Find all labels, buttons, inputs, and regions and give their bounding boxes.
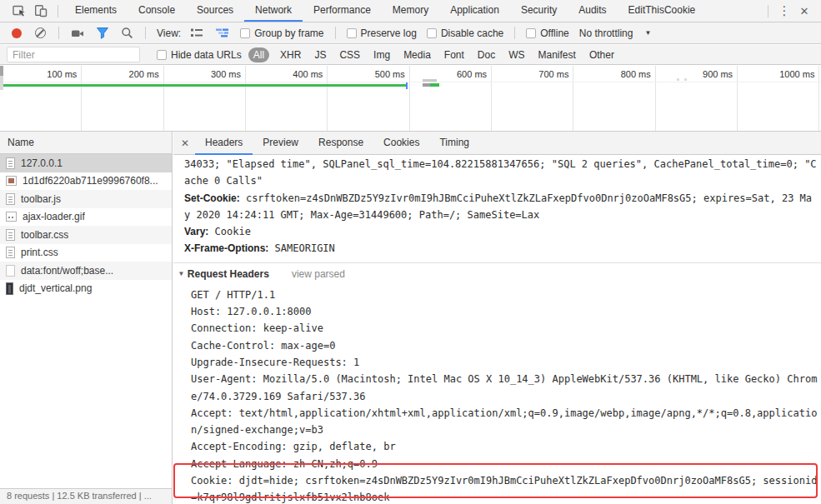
network-overview[interactable]: 100 ms 200 ms 300 ms 400 ms 500 ms 600 m… bbox=[0, 66, 821, 132]
request-header-line: Cache-Control: max-age=0 bbox=[191, 337, 820, 354]
record-network-log-icon[interactable] bbox=[12, 28, 22, 38]
group-by-frame-checkbox[interactable]: Group by frame bbox=[240, 27, 323, 39]
file-type-icon bbox=[6, 193, 15, 205]
request-rows: 127.0.0.1 1d1df6220ab711e9996760f8... to… bbox=[0, 154, 172, 488]
request-row[interactable]: toolbar.js bbox=[0, 190, 172, 208]
request-header-line: Host: 127.0.0.1:8000 bbox=[191, 303, 820, 320]
request-type-filter[interactable]: Img bbox=[368, 47, 395, 62]
request-header-line: Accept: text/html,application/xhtml+xml,… bbox=[191, 405, 820, 439]
timeline-tick-label: 100 ms bbox=[0, 66, 82, 131]
request-type-filter[interactable]: Font bbox=[439, 47, 469, 62]
filter-bar: Hide data URLs All XHR JS CSS Img Media … bbox=[0, 45, 821, 65]
panel-tab[interactable]: Console bbox=[128, 0, 186, 22]
request-row[interactable]: ajax-loader.gif bbox=[0, 208, 172, 227]
request-row[interactable]: print.css bbox=[0, 244, 172, 262]
response-headers-block: 34033; "Elapsed time", SQLPanel_sql_time… bbox=[173, 155, 818, 257]
view-parsed-link[interactable]: view parsed bbox=[292, 268, 345, 280]
capture-screenshots-icon[interactable] bbox=[71, 27, 84, 39]
request-type-filter[interactable]: XHR bbox=[275, 47, 306, 62]
throttling-value: No throttling bbox=[579, 27, 633, 39]
request-name: ajax-loader.gif bbox=[23, 211, 85, 222]
request-type-filter[interactable]: Media bbox=[398, 47, 436, 62]
panel-tab[interactable]: Application bbox=[439, 0, 510, 22]
checkbox[interactable] bbox=[157, 50, 167, 60]
name-column-header[interactable]: Name bbox=[0, 132, 172, 154]
request-type-filter[interactable]: All bbox=[248, 47, 269, 62]
preserve-log-checkbox[interactable]: Preserve log bbox=[347, 27, 417, 39]
file-type-icon bbox=[6, 265, 15, 277]
devtools-tabbar: Elements Console Sources Network Perform… bbox=[0, 0, 821, 22]
request-name: djdt_vertical.png bbox=[19, 282, 92, 294]
request-row[interactable]: toolbar.css bbox=[0, 226, 172, 244]
divider bbox=[58, 27, 59, 39]
request-type-filter[interactable]: Manifest bbox=[533, 47, 581, 62]
request-row[interactable]: 1d1df6220ab711e9996760f8... bbox=[0, 172, 172, 191]
throttling-select[interactable]: No throttling ▼ bbox=[579, 27, 652, 39]
panel-tab[interactable]: EditThisCookie bbox=[618, 0, 707, 22]
disable-cache-checkbox[interactable]: Disable cache bbox=[427, 27, 503, 39]
small-request-rows-icon[interactable] bbox=[190, 27, 203, 38]
panel-tab[interactable]: Elements bbox=[64, 0, 128, 22]
chevron-down-icon: ▼ bbox=[644, 29, 651, 37]
checkbox[interactable] bbox=[427, 28, 437, 38]
request-type-filter[interactable]: CSS bbox=[334, 47, 365, 62]
group-by-frame-label: Group by frame bbox=[254, 27, 323, 39]
timeline-ticks: 100 ms 200 ms 300 ms 400 ms 500 ms 600 m… bbox=[0, 66, 821, 131]
file-type-icon bbox=[6, 247, 15, 258]
header-name: X-Frame-Options: bbox=[184, 242, 268, 254]
panel-tab[interactable]: Memory bbox=[382, 0, 439, 22]
file-type-icon bbox=[6, 229, 15, 241]
overview-request-dot bbox=[677, 78, 679, 81]
overview-request-bar bbox=[423, 83, 439, 87]
checkbox[interactable] bbox=[526, 28, 536, 38]
divider bbox=[768, 5, 768, 17]
response-header-line: Vary: Cookie bbox=[184, 223, 818, 240]
panel-tab[interactable]: Sources bbox=[186, 0, 244, 22]
more-options-icon[interactable]: ⋮ bbox=[774, 3, 794, 18]
close-details-icon[interactable]: ✕ bbox=[175, 137, 195, 149]
details-tab[interactable]: Preview bbox=[253, 132, 308, 155]
panel-tab[interactable]: Network bbox=[244, 0, 303, 22]
checkbox[interactable] bbox=[240, 28, 250, 38]
request-row[interactable]: djdt_vertical.png bbox=[0, 280, 172, 298]
filter-icon[interactable] bbox=[96, 27, 109, 39]
request-name: toolbar.css bbox=[21, 229, 68, 241]
details-tab[interactable]: Headers bbox=[195, 132, 253, 155]
filter-input[interactable] bbox=[7, 47, 140, 62]
file-type-icon bbox=[6, 157, 15, 169]
request-type-filter[interactable]: JS bbox=[309, 47, 331, 62]
search-icon[interactable] bbox=[121, 27, 133, 39]
request-row[interactable]: 127.0.0.1 bbox=[0, 154, 172, 172]
requests-panel: Name 127.0.0.1 1d1df6220ab711e9996760f8.… bbox=[0, 132, 173, 504]
clear-icon[interactable] bbox=[35, 27, 46, 38]
device-toolbar-icon[interactable] bbox=[30, 0, 52, 22]
preserve-log-label: Preserve log bbox=[361, 27, 417, 39]
details-tab[interactable]: Timing bbox=[429, 132, 479, 155]
panel-tab[interactable]: Security bbox=[510, 0, 568, 22]
details-tab[interactable]: Response bbox=[308, 132, 373, 155]
divider bbox=[58, 5, 58, 17]
header-value: 34033; "Elapsed time", SQLPanel_sql_time… bbox=[184, 158, 817, 187]
request-type-filter[interactable]: Doc bbox=[473, 47, 500, 62]
overview-waterfall-icon[interactable] bbox=[215, 27, 229, 38]
details-tab[interactable]: Cookies bbox=[373, 132, 429, 155]
request-type-filter[interactable]: WS bbox=[503, 47, 529, 62]
panel-tab[interactable]: Performance bbox=[303, 0, 382, 22]
header-name: Set-Cookie: bbox=[184, 192, 240, 204]
panel-tab[interactable]: Audits bbox=[568, 0, 617, 22]
offline-checkbox[interactable]: Offline bbox=[526, 27, 568, 39]
close-devtools-icon[interactable]: ✕ bbox=[794, 5, 814, 17]
request-type-filter[interactable]: Other bbox=[584, 47, 619, 62]
request-row[interactable]: data:font/woff;base... bbox=[0, 262, 172, 280]
triangle-down-icon[interactable]: ▼ bbox=[179, 270, 183, 277]
request-headers-section-header: ▼ Request Headers view parsed bbox=[173, 263, 821, 285]
network-toolbar: View: Group by frame Preserve log Disabl… bbox=[0, 22, 821, 44]
file-type-icon bbox=[6, 176, 17, 186]
hide-data-urls-checkbox[interactable]: Hide data URLs bbox=[157, 49, 242, 61]
checkbox[interactable] bbox=[347, 28, 357, 38]
request-header-line: Upgrade-Insecure-Requests: 1 bbox=[191, 354, 820, 371]
overview-request-bar bbox=[423, 79, 437, 82]
inspect-element-icon[interactable] bbox=[8, 0, 30, 22]
overview-edge-handle[interactable] bbox=[0, 66, 3, 76]
headers-content: 34033; "Elapsed time", SQLPanel_sql_time… bbox=[173, 155, 821, 503]
